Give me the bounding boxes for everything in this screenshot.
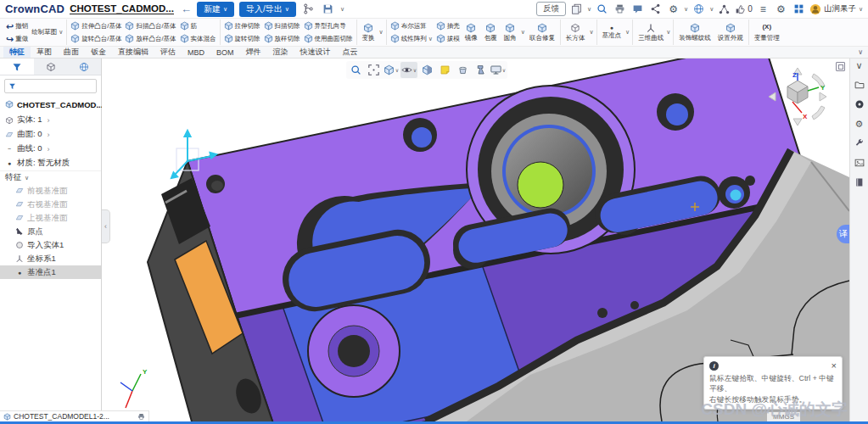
user-menu[interactable]: 山涧果子 ∨ xyxy=(809,3,863,15)
chevron-down-icon[interactable]: ∨ xyxy=(589,29,593,36)
tool-shell[interactable]: 抽壳 xyxy=(435,20,461,32)
save-icon[interactable] xyxy=(321,2,335,16)
back-arrow-icon[interactable]: ← xyxy=(181,3,192,15)
tool-rib[interactable]: 筋 xyxy=(179,20,217,32)
tool-variable-manager[interactable]: (X) 变量管理 xyxy=(752,23,782,42)
tab-resource-manager[interactable] xyxy=(67,59,101,75)
tool-linear-pattern[interactable]: 线性阵列∨ xyxy=(389,33,434,45)
tree-solids[interactable]: 实体: 1 › xyxy=(0,113,101,127)
tool-loft-boss[interactable]: 放样凸台/基体 xyxy=(124,33,176,45)
folder-icon[interactable] xyxy=(853,79,866,91)
sidebar-collapse-handle[interactable]: ‹ xyxy=(102,209,110,243)
feature-origin[interactable]: 原点 xyxy=(0,225,101,238)
tab-features[interactable]: 特征 xyxy=(3,47,31,58)
tree-filter-input[interactable] xyxy=(19,82,92,91)
tool-datum-point[interactable]: ●基准点 xyxy=(600,25,624,40)
feature-coordinate-system[interactable]: 坐标系1 xyxy=(0,252,101,265)
feature-right-plane[interactable]: 右视基准面 xyxy=(0,198,101,211)
wrench-icon[interactable] xyxy=(853,137,866,149)
tool-hole-wizard[interactable]: 异型孔向导 xyxy=(303,20,354,32)
feature-top-plane[interactable]: 上视基准面 xyxy=(0,211,101,225)
zoom-fit-button[interactable] xyxy=(365,62,382,78)
tab-mbd[interactable]: MBD xyxy=(182,47,210,58)
preferences-gear-icon[interactable]: ⚙ xyxy=(774,2,788,16)
like-button[interactable]: 0 xyxy=(735,3,753,14)
tree-filter[interactable] xyxy=(4,79,97,93)
tool-draft[interactable]: 拔模 xyxy=(435,33,461,45)
workflow-nodes-icon[interactable] xyxy=(717,2,731,16)
tool-combine-repair[interactable]: 联合修复 xyxy=(527,23,557,42)
undo-button[interactable]: ↩ 撤销 xyxy=(5,20,29,32)
appearance-note-button[interactable] xyxy=(436,62,453,78)
properties-icon[interactable] xyxy=(853,98,866,110)
tab-display-manager[interactable] xyxy=(34,59,68,75)
view-orientation-button[interactable]: ∨ xyxy=(383,62,400,78)
tool-mirror[interactable]: 镜像 xyxy=(462,23,480,42)
zoom-button[interactable] xyxy=(347,62,364,78)
sketch-button[interactable]: 绘制草图 ∨ xyxy=(31,26,64,38)
document-tab[interactable]: CHOTEST_CADMODEL1-2... xyxy=(0,410,149,421)
chevron-down-icon[interactable]: ∨ xyxy=(587,6,591,13)
language-globe-icon[interactable] xyxy=(692,2,706,16)
chevron-down-icon[interactable]: ∨ xyxy=(521,29,525,36)
print-icon[interactable] xyxy=(613,2,627,16)
tab-pointcloud[interactable]: 点云 xyxy=(337,47,364,58)
chevron-down-icon[interactable]: ∨ xyxy=(709,6,714,13)
tool-extrude-cut[interactable]: 拉伸切除 xyxy=(223,20,261,32)
display-settings-button[interactable]: ∨ xyxy=(490,62,507,78)
ribbon-collapse-icon[interactable]: ∨ xyxy=(858,48,863,56)
chevron-down-icon[interactable]: ∨ xyxy=(666,29,670,36)
feature-imported-solid[interactable]: 导入实体1 xyxy=(0,238,101,252)
tool-set-appearance[interactable]: 设置外观 xyxy=(715,23,746,42)
tab-sheetmetal[interactable]: 钣金 xyxy=(85,47,112,58)
tool-sweep-cut[interactable]: 扫描切除 xyxy=(263,20,301,32)
new-button[interactable]: 新建 ∨ xyxy=(197,2,234,17)
tool-loft-cut[interactable]: 放样切除 xyxy=(263,33,301,45)
tab-feature-manager[interactable] xyxy=(0,59,34,75)
tab-bom[interactable]: BOM xyxy=(210,47,240,58)
tool-cosmetic-thread[interactable]: 装饰螺纹线 xyxy=(676,23,714,42)
chevron-down-icon[interactable]: ∨ xyxy=(379,29,384,36)
settings-gear-icon[interactable]: ⚙ xyxy=(666,2,680,16)
tool-3d-curve[interactable]: 三维曲线 xyxy=(636,23,666,42)
version-branch-icon[interactable] xyxy=(301,2,316,16)
feature-front-plane[interactable]: 前视基准面 xyxy=(0,184,101,198)
tree-section-features[interactable]: 特征 ∨ xyxy=(0,170,101,184)
import-export-button[interactable]: 导入/导出 ∨ xyxy=(239,2,296,17)
popout-icon[interactable] xyxy=(836,62,845,71)
tool-sweep-boss[interactable]: 扫描凸台/基体 xyxy=(124,20,176,32)
tool-extrude-boss[interactable]: 拉伸凸台/基体 xyxy=(70,20,122,32)
image-icon[interactable] xyxy=(853,157,866,169)
tab-sketch[interactable]: 草图 xyxy=(31,47,58,58)
tool-fillet[interactable]: 圆角 xyxy=(501,23,519,42)
tree-curves[interactable]: ~ 曲线: 0 › xyxy=(0,142,101,156)
units-badge[interactable]: MMGS xyxy=(767,412,800,421)
chevron-down-icon[interactable]: ∨ xyxy=(625,29,630,36)
tree-root[interactable]: CHOTEST_CADMOD... xyxy=(0,96,101,113)
tab-surface[interactable]: 曲面 xyxy=(58,47,85,58)
tool-wrap[interactable]: 包覆 xyxy=(482,23,500,42)
tab-evaluate[interactable]: 评估 xyxy=(154,47,182,58)
close-icon[interactable]: × xyxy=(832,360,837,372)
graphics-viewport[interactable]: Y X ∨ ∨ ∨ ‹ xyxy=(102,59,849,421)
visibility-button[interactable]: ∨ xyxy=(400,62,417,78)
spray-filter-button[interactable] xyxy=(472,62,489,78)
tab-weldment[interactable]: 焊件 xyxy=(240,47,267,58)
tool-revolve-cut[interactable]: 旋转切除 xyxy=(223,33,261,45)
gear-icon[interactable]: ⚙ xyxy=(853,118,866,130)
render-mode-button[interactable] xyxy=(454,62,471,78)
section-view-button[interactable] xyxy=(418,62,435,78)
feedback-button[interactable]: 反馈 xyxy=(536,2,566,16)
search-icon[interactable] xyxy=(595,2,609,16)
tool-solid-blend[interactable]: 实体混合 xyxy=(179,33,217,45)
share-icon[interactable] xyxy=(648,2,663,16)
tool-boolean[interactable]: 布尔运算 xyxy=(389,20,434,32)
cube-faces[interactable] xyxy=(787,81,808,103)
navigation-cube[interactable]: Z Y X xyxy=(764,67,831,126)
comment-icon[interactable] xyxy=(630,2,645,16)
translate-button[interactable]: 译 xyxy=(837,225,849,243)
tool-revolve-boss[interactable]: 旋转凸台/基体 xyxy=(70,33,122,45)
tree-material[interactable]: ● 材质: 暂无材质 xyxy=(0,156,101,170)
tree-surfaces[interactable]: 曲面: 0 › xyxy=(0,127,101,142)
panel-collapse-icon[interactable]: ∨ xyxy=(853,59,866,71)
